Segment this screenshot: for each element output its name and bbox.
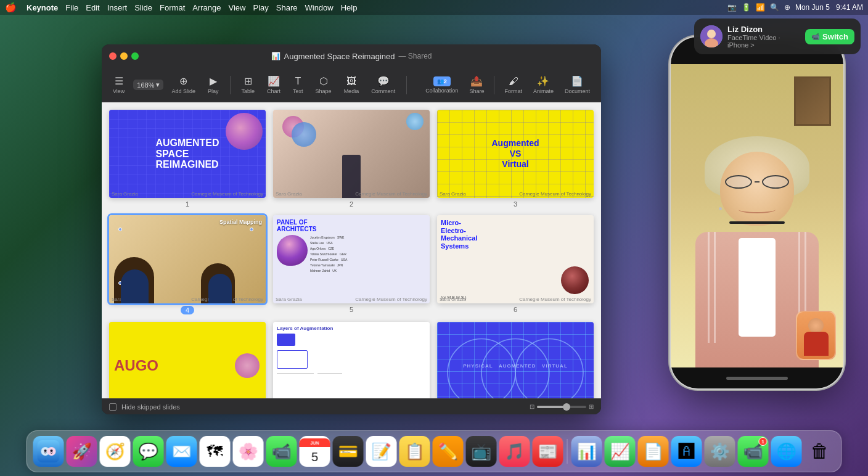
toolbar-animate[interactable]: ✨ Animate: [530, 73, 557, 97]
iphone-device: [671, 37, 843, 388]
slide-thumb-3[interactable]: AugmentedVSVirtual Sara GraziaCarnegie M…: [437, 110, 594, 198]
slide8-rect: [277, 334, 295, 346]
dock-reminders[interactable]: 📝: [366, 436, 397, 467]
menu-window[interactable]: Window: [305, 3, 333, 12]
menu-insert[interactable]: Insert: [107, 3, 128, 12]
dock-appstore[interactable]: 🅰: [671, 436, 702, 467]
calendar-header: JUN: [300, 438, 330, 447]
text-icon: T: [295, 76, 301, 87]
dock-photos[interactable]: 🌸: [233, 436, 264, 467]
menu-file[interactable]: File: [65, 3, 78, 12]
dock-trash[interactable]: 🗑: [805, 436, 835, 467]
toolbar-comment[interactable]: 💬 Comment: [367, 73, 399, 97]
slide-item-7[interactable]: AUGO Sara GraziaCarnegie Museum of Techn…: [109, 322, 266, 398]
toolbar-text[interactable]: T Text: [289, 73, 307, 97]
toolbar-media[interactable]: 🖼 Media: [340, 73, 363, 97]
pages-icon: 📄: [644, 442, 663, 461]
menu-share[interactable]: Share: [276, 3, 298, 12]
slide-thumb-5[interactable]: PANEL OFARCHITECTS Jocelyn Engstrom SWE …: [273, 215, 430, 303]
menu-bar-search-icon[interactable]: 🔍: [770, 3, 779, 12]
dock-mail[interactable]: ✉️: [166, 436, 197, 467]
maximize-button[interactable]: [131, 52, 139, 60]
slide-item-8[interactable]: Layers of Augmentation Sara GraziaCarneg…: [273, 322, 430, 398]
dock-launchpad[interactable]: 🚀: [67, 436, 97, 467]
toolbar-document[interactable]: 📄 Document: [561, 73, 594, 97]
slide-thumb-9[interactable]: PHYSICAL AUGMENTED VIRTUAL: [437, 322, 594, 398]
dock-keynote[interactable]: 📊: [571, 436, 602, 467]
dock-calendar[interactable]: JUN 5: [300, 436, 330, 467]
menu-format[interactable]: Format: [160, 3, 185, 12]
menu-bar-right: 📷 🔋 📶 🔍 ⊕ Mon Jun 5 9:41 AM: [727, 3, 863, 12]
keynote-window: 📊 Augmented Space Reimagined — Shared ☰ …: [102, 44, 601, 414]
toolbar-shape[interactable]: ⬡ Shape: [312, 73, 335, 97]
slide-item-9[interactable]: PHYSICAL AUGMENTED VIRTUAL: [437, 322, 594, 398]
slide-item-1[interactable]: AUGMENTEDSPACEREIMAGINED Sara GraziaCarn…: [109, 110, 266, 208]
slide1-content: AUGMENTEDSPACEREIMAGINED Sara GraziaCarn…: [109, 110, 266, 198]
slide-thumb-8[interactable]: Layers of Augmentation Sara GraziaCarneg…: [273, 322, 430, 398]
slide-item-6[interactable]: Micro-Electro-MechanicalSystems (or M.E.…: [437, 215, 594, 314]
dock-tv[interactable]: 📺: [466, 436, 497, 467]
collaboration-button[interactable]: 👥 2 Collaboration: [422, 74, 462, 96]
close-button[interactable]: [109, 52, 117, 60]
toolbar-table[interactable]: ⊞ Table: [238, 73, 259, 97]
toolbar-chart[interactable]: 📈 Chart: [263, 73, 284, 97]
dock-freeform[interactable]: ✏️: [433, 436, 464, 467]
toolbar-view[interactable]: ☰ View: [109, 73, 128, 97]
facetime-pip[interactable]: [796, 311, 836, 360]
dock-notes[interactable]: 📋: [399, 436, 430, 467]
toolbar-add-slide[interactable]: ⊕ Add Slide: [168, 73, 200, 97]
dock-wallet[interactable]: 💳: [333, 436, 364, 467]
zoom-slider-area: ⊡ ⊞: [530, 403, 594, 410]
slide-thumb-1[interactable]: AUGMENTEDSPACEREIMAGINED Sara GraziaCarn…: [109, 110, 266, 198]
slide2-content: Sara GraziaCarnegie Museum of Technology: [273, 110, 430, 198]
slide-item-5[interactable]: PANEL OFARCHITECTS Jocelyn Engstrom SWE …: [273, 215, 430, 314]
dock-numbers[interactable]: 📈: [605, 436, 636, 467]
toolbar-format[interactable]: 🖌 Format: [501, 73, 526, 97]
dock-facetime2[interactable]: 📹 1: [738, 436, 769, 467]
dock-sysprefs[interactable]: ⚙️: [705, 436, 735, 467]
dock-music[interactable]: 🎵: [499, 436, 530, 467]
slide-thumb-2[interactable]: Sara GraziaCarnegie Museum of Technology: [273, 110, 430, 198]
slide-thumb-7[interactable]: AUGO Sara GraziaCarnegie Museum of Techn…: [109, 322, 266, 398]
minimize-button[interactable]: [120, 52, 128, 60]
slide-number-3: 3: [514, 200, 517, 208]
switch-video-icon: 📹: [811, 33, 820, 41]
menu-edit[interactable]: Edit: [86, 3, 99, 12]
format-label: Format: [504, 88, 522, 94]
slide8-line1: [277, 373, 314, 374]
slide-item-2[interactable]: Sara GraziaCarnegie Museum of Technology…: [273, 110, 430, 208]
dock-maps[interactable]: 🗺: [200, 436, 231, 467]
menu-play[interactable]: Play: [253, 3, 268, 12]
zoom-slider-thumb[interactable]: [563, 403, 570, 411]
menu-arrange[interactable]: Arrange: [192, 3, 221, 12]
toolbar-share[interactable]: 📤 Share: [465, 73, 488, 97]
dock-pages[interactable]: 📄: [638, 436, 669, 467]
dock-finder[interactable]: [33, 436, 64, 467]
slide-item-4[interactable]: Spatial Mapping Sara GraziaCarnegie Muse…: [109, 215, 266, 314]
menu-bar-wifi-icon: 📶: [756, 3, 765, 12]
dock-news[interactable]: 📰: [533, 436, 563, 467]
skip-checkbox[interactable]: [109, 403, 117, 411]
menu-view[interactable]: View: [229, 3, 246, 12]
slide-item-3[interactable]: AugmentedVSVirtual Sara GraziaCarnegie M…: [437, 110, 594, 208]
comment-label: Comment: [371, 88, 395, 94]
apple-logo-icon[interactable]: 🍎: [5, 2, 17, 13]
dock-safari[interactable]: 🧭: [100, 436, 131, 467]
zoom-slider[interactable]: [537, 406, 586, 408]
slide2-footer: Sara GraziaCarnegie Museum of Technology: [276, 191, 427, 197]
toolbar-play[interactable]: ▶ Play: [204, 73, 223, 97]
dock-network[interactable]: 🌐: [771, 436, 802, 467]
dock-messages[interactable]: 💬: [133, 436, 164, 467]
toolbar: ☰ View 168% ▾ ⊕ Add Slide ▶ Play ⊞ Table…: [102, 68, 601, 102]
dock-divider: [567, 439, 568, 464]
menu-slide[interactable]: Slide: [134, 3, 152, 12]
facetime-badge-count: 1: [761, 439, 764, 445]
switch-button[interactable]: 📹 Switch: [805, 29, 854, 44]
slide-thumb-4[interactable]: Spatial Mapping Sara GraziaCarnegie Muse…: [109, 215, 266, 303]
app-name[interactable]: Keynote: [27, 3, 58, 12]
dock-facetime[interactable]: 📹: [266, 436, 297, 467]
zoom-control[interactable]: 168% ▾: [133, 80, 163, 90]
menu-bar-controlcenter-icon[interactable]: ⊕: [784, 3, 790, 12]
menu-help[interactable]: Help: [341, 3, 358, 12]
slide-thumb-6[interactable]: Micro-Electro-MechanicalSystems (or M.E.…: [437, 215, 594, 303]
